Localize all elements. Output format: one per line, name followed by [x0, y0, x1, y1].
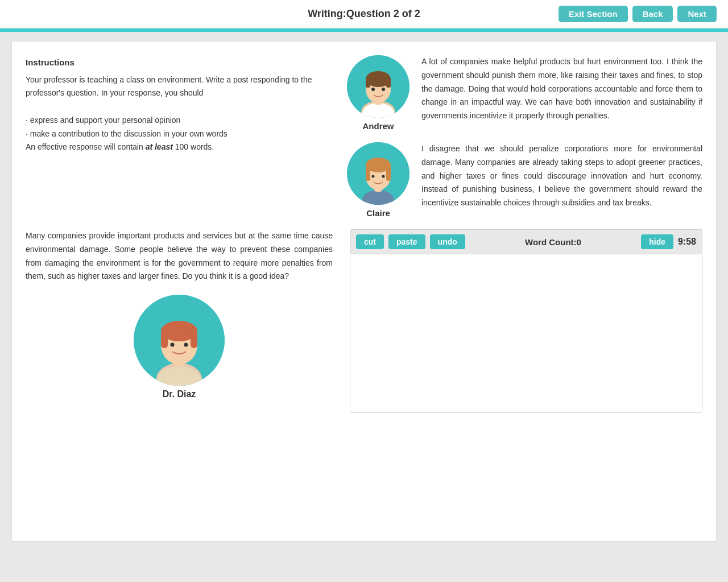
- andrew-avatar-svg: [347, 55, 410, 118]
- paste-button[interactable]: paste: [388, 234, 425, 249]
- timer: 9:58: [678, 237, 696, 247]
- dr-diaz-avatar-svg: [134, 295, 225, 386]
- svg-rect-26: [191, 331, 197, 348]
- andrew-speech: A lot of companies make helpful products…: [421, 55, 702, 123]
- andrew-avatar: [347, 55, 410, 118]
- professor-question: Many companies provide important product…: [26, 229, 333, 283]
- svg-point-28: [184, 343, 188, 347]
- claire-name: Claire: [366, 208, 390, 218]
- svg-rect-25: [161, 331, 168, 348]
- bullet2: · make a contribution to the discussion …: [26, 127, 333, 141]
- claire-avatar-container: Claire: [344, 142, 412, 218]
- undo-button[interactable]: undo: [430, 234, 465, 249]
- andrew-avatar-container: Andrew: [344, 55, 412, 131]
- claire-avatar-svg: [347, 142, 410, 205]
- svg-point-17: [372, 175, 375, 178]
- next-button[interactable]: Next: [677, 6, 717, 22]
- bottom-layout: Many companies provide important product…: [26, 229, 702, 413]
- exit-section-button[interactable]: Exit Section: [559, 6, 628, 22]
- writing-textarea[interactable]: [350, 254, 702, 413]
- claire-speech: I disagree that we should penalize corpo…: [421, 142, 702, 210]
- instructions-body: Your professor is teaching a class on en…: [26, 73, 333, 101]
- instructions-panel: Instructions Your professor is teaching …: [26, 55, 333, 218]
- svg-rect-16: [386, 165, 391, 181]
- left-bottom: Many companies provide important product…: [26, 229, 333, 399]
- header: Writing:Question 2 of 2 Exit Section Bac…: [0, 0, 728, 28]
- claire-entry: Claire I disagree that we should penaliz…: [344, 142, 702, 218]
- svg-rect-15: [366, 165, 370, 181]
- cut-button[interactable]: cut: [356, 234, 384, 249]
- instructions-title: Instructions: [26, 55, 333, 70]
- writing-toolbar: cut paste undo Word Count:0 hide 9:58: [350, 229, 702, 254]
- dr-diaz-avatar: [134, 295, 225, 386]
- back-button[interactable]: Back: [632, 6, 673, 22]
- andrew-entry: Andrew A lot of companies make helpful p…: [344, 55, 702, 131]
- claire-avatar: [347, 142, 410, 205]
- svg-point-18: [382, 175, 385, 178]
- main-container: Instructions Your professor is teaching …: [11, 41, 717, 542]
- hide-button[interactable]: hide: [641, 234, 673, 249]
- page-title: Writing:Question 2 of 2: [308, 8, 420, 20]
- top-section: Instructions Your professor is teaching …: [26, 55, 702, 218]
- min-words: An effective response will contain at le…: [26, 141, 333, 154]
- svg-point-27: [171, 343, 175, 347]
- dr-diaz-name: Dr. Diaz: [163, 389, 196, 399]
- word-count: Word Count:0: [470, 237, 636, 247]
- svg-rect-7: [386, 79, 391, 88]
- svg-point-8: [371, 88, 375, 91]
- andrew-name: Andrew: [362, 121, 394, 131]
- header-buttons: Exit Section Back Next: [559, 6, 717, 22]
- writing-section: cut paste undo Word Count:0 hide 9:58: [350, 229, 702, 413]
- bullet1: · express and support your personal opin…: [26, 114, 333, 127]
- dr-diaz-row: Dr. Diaz: [26, 295, 333, 399]
- svg-rect-6: [366, 79, 370, 88]
- progress-bar: [0, 28, 728, 32]
- discussion-panel: Andrew A lot of companies make helpful p…: [344, 55, 702, 218]
- svg-point-9: [382, 88, 385, 91]
